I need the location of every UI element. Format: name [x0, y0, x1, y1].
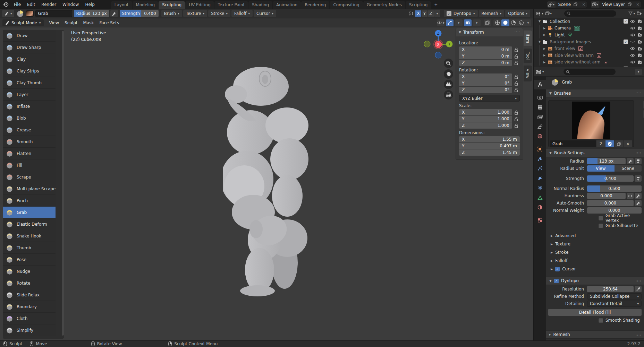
pressure-icon[interactable]: [627, 158, 634, 164]
brush-layer[interactable]: Layer: [3, 89, 56, 101]
workspace-tab-rendering[interactable]: Rendering: [301, 1, 329, 9]
fake-user-shield-icon[interactable]: [605, 140, 614, 147]
pressure-icon[interactable]: [635, 200, 642, 206]
unified-icon[interactable]: [635, 175, 642, 182]
subpanel-checkbox[interactable]: ✓: [555, 267, 560, 271]
scene-copy-icon[interactable]: [574, 2, 581, 6]
brush-slide-relax[interactable]: Slide Relax: [3, 289, 56, 301]
brush-flatten[interactable]: Flatten: [3, 148, 56, 159]
outliner-row-collection[interactable]: ▼Collection✓: [534, 18, 644, 25]
brush-thumb[interactable]: Thumb: [3, 242, 56, 254]
value-field-x[interactable]: X1.55 m: [459, 136, 520, 142]
brush-draw-sharp[interactable]: Draw Sharp: [3, 42, 56, 53]
panel-header-remesh[interactable]: ▸Remesh::::: [546, 330, 644, 339]
eyedropper-icon[interactable]: [635, 286, 642, 292]
strength-slider[interactable]: Strength0.400: [120, 10, 159, 17]
overlays-toggle[interactable]: [464, 19, 472, 26]
properties-tab-physics[interactable]: [534, 173, 546, 183]
workspace-tab-animation[interactable]: Animation: [273, 1, 301, 9]
pressure-icon[interactable]: [635, 193, 642, 199]
properties-tab-output[interactable]: [534, 102, 546, 112]
viewport-menu-mask[interactable]: Mask: [80, 19, 97, 27]
menu-help[interactable]: Help: [82, 1, 98, 8]
brush-smooth[interactable]: Smooth: [3, 136, 56, 148]
unlink-brush-icon[interactable]: ×: [623, 140, 632, 147]
lock-open-icon[interactable]: [512, 88, 520, 92]
lock-open-icon[interactable]: [512, 75, 520, 79]
workspace-tab-modeling[interactable]: Modeling: [133, 1, 159, 9]
viewport-3d[interactable]: User Perspective (22) Cube.008: [0, 27, 533, 340]
pan-hand-button[interactable]: [444, 69, 453, 79]
remesh-dropdown[interactable]: Remesh▾: [479, 10, 505, 17]
tool-menu-stroke[interactable]: Stroke▾: [208, 10, 230, 17]
outliner-row-light[interactable]: ▶Light: [534, 32, 644, 38]
eye-toggle-icon[interactable]: [630, 26, 635, 30]
brush-simplify[interactable]: Simplify: [3, 324, 56, 336]
shading-rendered-icon[interactable]: [517, 19, 525, 26]
outliner-row-front-view[interactable]: ▶front view: [534, 45, 644, 52]
properties-tab-constraints[interactable]: [534, 183, 546, 193]
brush-datablock-name[interactable]: Grab: [550, 140, 596, 147]
viewport-menu-face-sets[interactable]: Face Sets: [96, 19, 122, 27]
sidebar-tab-view[interactable]: View: [524, 66, 532, 81]
setting-slider[interactable]: 0.000: [587, 200, 634, 206]
brush-users-count[interactable]: 2: [596, 140, 605, 147]
tool-menu-falloff[interactable]: Falloff▾: [231, 10, 253, 17]
scene-selector[interactable]: ▾ Scene ×: [547, 1, 587, 8]
viewport-menu-view[interactable]: View: [46, 19, 62, 27]
segment-view[interactable]: View: [587, 165, 615, 172]
workspace-tab-compositing[interactable]: Compositing: [330, 1, 363, 9]
brush-blob[interactable]: Blob: [3, 112, 56, 124]
camera-toggle-icon[interactable]: [637, 40, 642, 44]
view-layer-remove-icon[interactable]: ×: [635, 2, 641, 7]
unified-icon[interactable]: [635, 158, 642, 164]
shading-wireframe-icon[interactable]: [493, 19, 501, 26]
brush-crease[interactable]: Crease: [3, 124, 56, 136]
eye-toggle-icon[interactable]: [630, 33, 635, 37]
brush-grab[interactable]: Grab: [3, 207, 56, 218]
properties-tab-material[interactable]: [534, 202, 546, 212]
camera-toggle-icon[interactable]: [637, 26, 642, 30]
sidebar-tab-tool[interactable]: Tool: [524, 49, 532, 63]
mode-dropdown[interactable]: Sculpt Mode▾: [2, 19, 44, 26]
value-field-x[interactable]: X0 m: [459, 46, 512, 53]
value-field-x[interactable]: X1.000: [459, 109, 512, 115]
gizmos-toggle[interactable]: [446, 19, 454, 26]
outliner-display-mode-dropdown[interactable]: ▾: [536, 11, 543, 16]
view-layer-name[interactable]: View Layer: [599, 2, 628, 7]
value-field-y[interactable]: Y0°: [459, 80, 512, 86]
subpanel-cursor[interactable]: ▶✓Cursor: [546, 265, 644, 273]
workspace-tab-shading[interactable]: Shading: [248, 1, 272, 9]
disclosure-triangle[interactable]: ▶: [542, 27, 547, 30]
setting-slider[interactable]: 123 px: [587, 158, 626, 164]
properties-tab-object[interactable]: [534, 144, 546, 154]
brush-name-field[interactable]: Grab: [35, 10, 72, 17]
segment-scene[interactable]: Scene: [615, 165, 642, 172]
exclude-checkbox[interactable]: ✓: [624, 40, 628, 44]
value-field-y[interactable]: Y1.000: [459, 116, 512, 122]
properties-tab-modifiers[interactable]: [534, 154, 546, 164]
options-dropdown[interactable]: Options▾: [505, 10, 530, 17]
camera-toggle-icon[interactable]: [637, 19, 642, 23]
eye-closed-toggle-icon[interactable]: [630, 40, 635, 44]
symmetry-x[interactable]: X: [415, 10, 421, 17]
menu-edit[interactable]: Edit: [24, 1, 38, 8]
tool-menu-texture[interactable]: Texture▾: [183, 10, 207, 17]
properties-tab-render[interactable]: [534, 93, 546, 102]
rotation-mode-dropdown[interactable]: XYZ Euler▾: [459, 95, 520, 102]
viewport-menu-sculpt[interactable]: Sculpt: [62, 19, 80, 27]
lock-open-icon[interactable]: [512, 123, 520, 128]
checkbox[interactable]: [599, 216, 603, 220]
camera-toggle-icon[interactable]: [637, 47, 642, 51]
new-collection-button[interactable]: [637, 11, 642, 16]
exclude-checkbox[interactable]: ✓: [624, 19, 628, 24]
menu-file[interactable]: File: [11, 1, 24, 8]
visibility-dropdown[interactable]: ▾: [437, 19, 444, 26]
workspace-tab-uv-editing[interactable]: UV Editing: [185, 1, 214, 9]
sculpt-model[interactable]: [223, 65, 313, 297]
brush-thumbnail[interactable]: [26, 10, 34, 17]
setting-slider[interactable]: 0.000: [587, 193, 626, 199]
outliner-filter-icon[interactable]: ▾: [628, 11, 635, 16]
shading-solid-icon[interactable]: [501, 19, 509, 26]
gizmos-dropdown[interactable]: ▾: [455, 19, 463, 26]
